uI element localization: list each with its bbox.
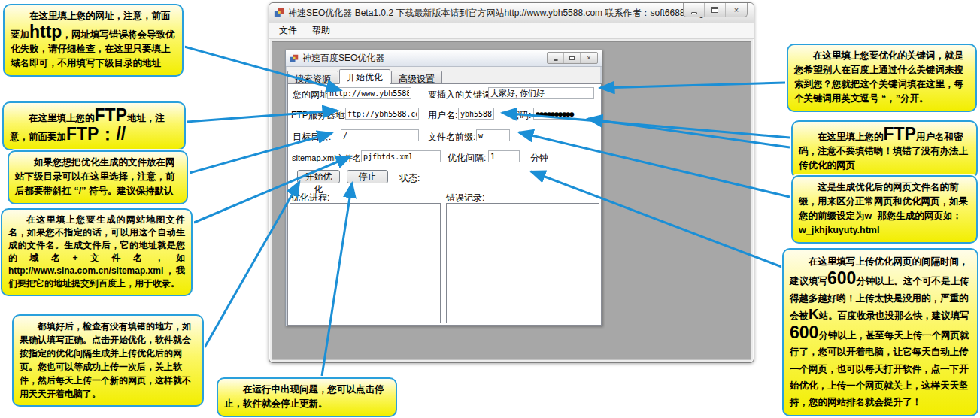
minimize-button[interactable] — [684, 3, 705, 17]
child-close-button[interactable]: × — [581, 53, 597, 63]
callout-ftp-address: 在这里填上您的FTP地址，注意，前面要加FTP：// — [2, 101, 186, 150]
optimization-progress-textarea[interactable] — [290, 203, 441, 323]
callout-text: 在运行中出现问题，您可以点击停止，软件就会停止更新。 — [224, 384, 384, 409]
callout-interval: 在这里填写上传优化网页的间隔时间，建议填写600分钟以上。这个可不是上传得越多越… — [782, 248, 978, 416]
error-log-textarea[interactable] — [446, 203, 599, 323]
keywords-label: 要插入的关键词: — [428, 89, 493, 101]
prefix-label: 文件名前缀: — [428, 131, 475, 144]
stop-button[interactable]: 停止 — [347, 170, 388, 183]
menubar: 文件 帮助 — [269, 23, 754, 39]
close-icon: × — [734, 6, 739, 14]
callout-text: 在这里填上您的 — [818, 132, 884, 142]
callout-text: 在这里填上您要生成的网站地图文件名，如果您不指定的话，可以用这个自动生成的文件名… — [8, 214, 185, 289]
callout-text: 在这里填上您的 — [29, 113, 95, 123]
callout-start: 都填好后，检查有没有填错的地方，如果确认填写正确。点击开始优化，软件就会按指定的… — [12, 314, 204, 407]
callout-text: 如果您想把优化生成的文件放在网站下级目录可以在这里选择，注意，前后都要带斜扛 “… — [15, 157, 175, 196]
interval-unit-label: 分钟 — [530, 152, 548, 165]
target-dir-input[interactable] — [341, 129, 419, 141]
callout-website: 在这里填上您的网址，注意，前面要加http，网址填写错误将会导致优化失败，请仔细… — [3, 4, 184, 77]
tab-start-optimization[interactable]: 开始优化 — [339, 69, 390, 84]
callout-ftp-account: 在这里填上您的FTP用户名和密码，注意不要填错哟！填错了没有办法上传优化的网页 — [791, 120, 978, 179]
tabstrip: 搜索资源 开始优化 高级设置 — [287, 68, 443, 83]
interval-input[interactable] — [488, 150, 520, 162]
callout-text-big: 600 — [827, 268, 856, 288]
child-maximize-button[interactable] — [564, 53, 581, 63]
tab-search-resources[interactable]: 搜索资源 — [287, 71, 338, 84]
callout-stop: 在运行中出现问题，您可以点击停止，软件就会停止更新。 — [217, 377, 397, 417]
callout-text-big: FTP：// — [66, 124, 126, 144]
callout-keywords: 在这里填上您要优化的关键词，就是您希望别人在百度上通过什么关键词来搜索到您？您就… — [787, 44, 977, 112]
window-title: 神速SEO优化器 Beta1.0.2 下载最新版本请到官方网站http://ww… — [288, 7, 740, 20]
password-label: 密码: — [511, 109, 531, 122]
close-button[interactable]: × — [726, 3, 747, 17]
keywords-input[interactable] — [488, 87, 594, 99]
callout-target-dir: 如果您想把优化生成的文件放在网站下级目录可以在这里选择，注意，前后都要带斜扛 “… — [8, 150, 188, 204]
maximize-button[interactable] — [705, 3, 726, 17]
mdi-client-area: 神速百度SEO优化器 × 搜索资源 开始优化 高级设置 您的网址: 要插入的关键… — [272, 41, 751, 360]
callout-text: 站。百度收录也没那么快，建议填写 — [819, 310, 969, 321]
callout-text-big: FTP — [95, 105, 127, 125]
optimizer-child-window: 神速百度SEO优化器 × 搜索资源 开始优化 高级设置 您的网址: 要插入的关键… — [285, 50, 602, 326]
prefix-input[interactable] — [476, 129, 510, 141]
maximize-icon — [569, 56, 575, 60]
minimize-icon — [691, 12, 697, 14]
maximize-icon — [711, 7, 718, 13]
callout-text-big: 600 — [790, 323, 818, 342]
child-window-controls: × — [547, 52, 598, 64]
username-label: 用户名: — [428, 109, 457, 122]
minimize-icon — [554, 59, 558, 61]
username-input[interactable] — [458, 108, 494, 120]
start-optimization-button[interactable]: 开始优化 — [297, 170, 340, 183]
url-input[interactable] — [327, 87, 411, 99]
callout-sitemap: 在这里填上您要生成的网站地图文件名，如果您不指定的话，可以用这个自动生成的文件名… — [1, 208, 193, 296]
sitemap-input[interactable] — [361, 150, 441, 162]
close-icon: × — [587, 55, 590, 62]
window-controls: × — [683, 3, 748, 17]
callout-text: 这是生成优化后的网页文件名的前缀，用来区分正常网页和优化网页，如果您的前缀设定为… — [799, 182, 968, 235]
callout-text-big: K — [809, 306, 819, 322]
start-optimization-panel: 您的网址: 要插入的关键词: FTP服务器地址: 用户名: 密码: 目标目录: … — [287, 83, 602, 326]
menu-help[interactable]: 帮助 — [305, 22, 337, 39]
callout-text-big: http — [29, 22, 62, 41]
child-minimize-button[interactable] — [548, 53, 564, 63]
callout-text-big: FTP — [884, 124, 916, 144]
status-label: 状态: — [399, 172, 420, 185]
ftp-server-input[interactable] — [345, 108, 419, 120]
child-app-icon — [290, 54, 299, 63]
tab-advanced-settings[interactable]: 高级设置 — [391, 71, 442, 84]
child-window-title: 神速百度SEO优化器 — [302, 52, 384, 65]
main-window: 神速SEO优化器 Beta1.0.2 下载最新版本请到官方网站http://ww… — [269, 2, 754, 363]
main-titlebar[interactable]: 神速SEO优化器 Beta1.0.2 下载最新版本请到官方网站http://ww… — [269, 3, 754, 23]
interval-label: 优化间隔: — [448, 152, 486, 165]
target-dir-label: 目标目录: — [293, 131, 331, 144]
menu-file[interactable]: 文件 — [272, 22, 304, 39]
password-input[interactable] — [533, 108, 596, 120]
callout-text: 都填好后，检查有没有填错的地方，如果确认填写正确。点击开始优化，软件就会按指定的… — [20, 321, 191, 399]
app-icon — [274, 8, 284, 18]
callout-prefix: 这是生成优化后的网页文件名的前缀，用来区分正常网页和优化网页，如果您的前缀设定为… — [791, 175, 978, 244]
sitemap-label: sitemap.xml文件名: — [292, 153, 363, 164]
url-label: 您的网址: — [293, 89, 331, 101]
callout-text: 在这里填上您要优化的关键词，就是您希望别人在百度上通过什么关键词来搜索到您？您就… — [794, 50, 963, 104]
